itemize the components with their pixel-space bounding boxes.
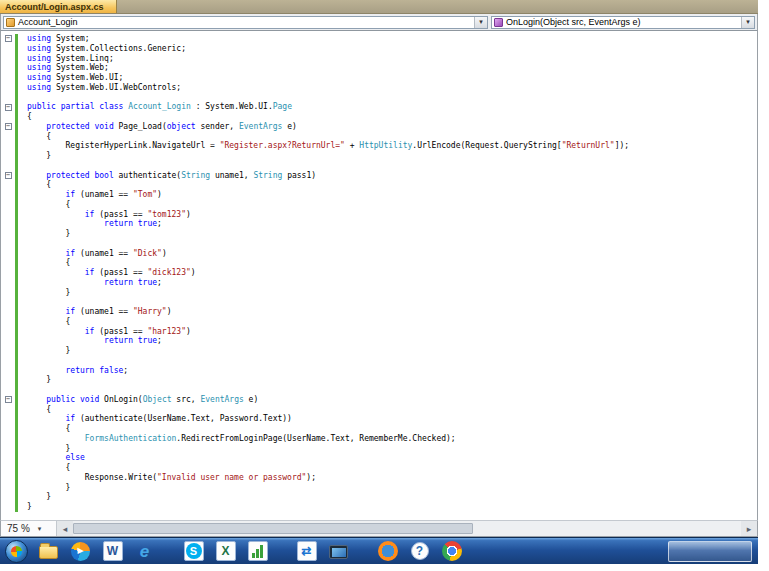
code-token: "ReturnUrl" xyxy=(562,141,615,150)
taskbar-open-window-button[interactable] xyxy=(668,541,752,562)
code-token xyxy=(27,327,85,336)
types-dropdown-arrow-icon[interactable]: ▾ xyxy=(474,17,487,28)
code-token: (uname1 == xyxy=(75,307,133,316)
code-token: } xyxy=(27,229,70,238)
code-token: if xyxy=(66,307,76,316)
fold-toggle[interactable]: − xyxy=(1,102,15,112)
members-dropdown-arrow-icon[interactable]: ▾ xyxy=(741,17,754,28)
code-token: public xyxy=(46,395,75,404)
taskbar-item-media-player[interactable]: ▶ xyxy=(67,539,94,563)
scroll-right-button[interactable]: ▸ xyxy=(741,521,757,536)
collapse-icon[interactable]: − xyxy=(5,396,12,403)
fold-margin xyxy=(1,336,15,346)
taskbar-item-excel[interactable]: X xyxy=(212,539,239,563)
code-line: RegisterHyperLink.NavigateUrl = "Registe… xyxy=(1,141,757,151)
taskbar-item-display-tool[interactable] xyxy=(325,539,352,563)
collapse-icon[interactable]: − xyxy=(5,123,12,130)
fold-margin xyxy=(1,414,15,424)
zoom-caret-icon[interactable]: ▾ xyxy=(38,525,42,533)
taskbar-item-skype[interactable]: S xyxy=(180,539,207,563)
change-tracking-bar xyxy=(15,180,18,190)
code-token: e) xyxy=(282,122,296,131)
change-tracking-bar xyxy=(15,122,18,132)
scrollbar-track[interactable] xyxy=(473,521,741,536)
code-line: if (uname1 == "Harry") xyxy=(1,307,757,317)
change-tracking-bar xyxy=(15,249,18,259)
code-token: ; xyxy=(157,219,162,228)
taskbar-item-internet-explorer[interactable]: e xyxy=(131,539,158,563)
monitor-screen xyxy=(332,548,346,557)
members-dropdown[interactable]: OnLogin(Object src, EventArgs e) ▾ xyxy=(491,16,755,29)
code-text: } xyxy=(27,229,70,239)
code-line: if (uname1 == "Dick") xyxy=(1,249,757,259)
fold-margin xyxy=(1,161,15,171)
types-dropdown[interactable]: Account_Login ▾ xyxy=(3,16,488,29)
code-token: e) xyxy=(244,395,258,404)
code-line: return false; xyxy=(1,366,757,376)
fold-margin xyxy=(1,268,15,278)
taskbar-item-explorer[interactable] xyxy=(35,539,62,563)
code-token: if xyxy=(85,210,95,219)
code-token: false xyxy=(99,366,123,375)
fold-toggle[interactable]: − xyxy=(1,34,15,44)
code-text: using System.Web; xyxy=(27,63,109,73)
code-token: "Register.aspx?ReturnUrl=" xyxy=(220,141,345,150)
fold-toggle[interactable]: − xyxy=(1,171,15,181)
help-icon: ? xyxy=(411,542,429,560)
code-token: else xyxy=(66,453,85,462)
taskbar-item-chart-tool[interactable] xyxy=(244,539,271,563)
change-tracking-bar xyxy=(15,132,18,142)
fold-toggle[interactable]: − xyxy=(1,122,15,132)
taskbar-item-web-browser[interactable] xyxy=(374,539,401,563)
taskbar-item-chrome[interactable] xyxy=(438,539,465,563)
media-player-icon: ▶ xyxy=(71,542,90,561)
collapse-icon[interactable]: − xyxy=(5,104,12,111)
change-tracking-bar xyxy=(15,190,18,200)
collapse-icon[interactable]: − xyxy=(5,35,12,42)
document-tab-strip: Account/Login.aspx.cs xyxy=(0,0,758,14)
code-token: { xyxy=(27,424,70,433)
code-token: } xyxy=(27,151,51,160)
code-token: System.Linq; xyxy=(51,54,114,63)
play-icon: ▶ xyxy=(77,547,83,555)
change-tracking-bar xyxy=(15,502,18,512)
horizontal-scrollbar[interactable]: ◂ ▸ xyxy=(57,521,757,536)
scrollbar-thumb[interactable] xyxy=(73,523,473,534)
zoom-control[interactable]: 75 % ▾ xyxy=(1,521,57,536)
code-line xyxy=(1,297,757,307)
code-line: } xyxy=(1,288,757,298)
code-token: if xyxy=(66,190,76,199)
taskbar-item-start[interactable] xyxy=(3,539,30,563)
taskbar-item-sync-tool[interactable]: ⇄ xyxy=(293,539,320,563)
change-tracking-bar xyxy=(15,405,18,415)
code-token: using xyxy=(27,44,51,53)
internet-explorer-icon: e xyxy=(140,543,149,560)
code-token xyxy=(27,249,66,258)
code-text: public void OnLogin(Object src, EventArg… xyxy=(27,395,258,405)
code-text: FormsAuthentication.RedirectFromLoginPag… xyxy=(27,434,456,444)
code-token xyxy=(27,268,85,277)
visual-studio-window: Account/Login.aspx.cs Account_Login ▾ On… xyxy=(0,0,758,565)
code-token: System; xyxy=(51,34,90,43)
tab-account-login[interactable]: Account/Login.aspx.cs xyxy=(0,0,117,13)
taskbar-item-help[interactable]: ? xyxy=(406,539,433,563)
taskbar-item-word[interactable]: W xyxy=(99,539,126,563)
code-token: object xyxy=(167,122,196,131)
code-token: { xyxy=(27,258,70,267)
code-line: } xyxy=(1,492,757,502)
code-text: { xyxy=(27,132,51,142)
code-text: return true; xyxy=(27,219,162,229)
code-token: using xyxy=(27,34,51,43)
scroll-left-button[interactable]: ◂ xyxy=(57,521,73,536)
code-editor[interactable]: −using System;using System.Collections.G… xyxy=(0,31,758,520)
code-line: { xyxy=(1,424,757,434)
code-line: else xyxy=(1,453,757,463)
collapse-icon[interactable]: − xyxy=(5,172,12,179)
code-token: if xyxy=(85,268,95,277)
code-line: { xyxy=(1,112,757,122)
fold-toggle[interactable]: − xyxy=(1,395,15,405)
change-tracking-bar xyxy=(15,171,18,181)
change-tracking-bar xyxy=(15,483,18,493)
code-token: Account_Login xyxy=(128,102,191,111)
code-token: "Harry" xyxy=(133,307,167,316)
